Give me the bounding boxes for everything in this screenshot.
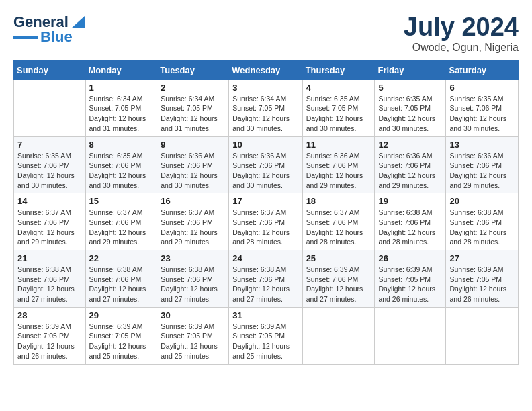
calendar-cell: 12Sunrise: 6:36 AMSunset: 7:06 PMDayligh…: [375, 136, 446, 193]
day-info: Sunrise: 6:39 AMSunset: 7:05 PMDaylight:…: [232, 322, 298, 361]
weekday-header-monday: Monday: [85, 60, 157, 79]
day-number: 6: [449, 83, 515, 93]
day-number: 29: [89, 310, 154, 320]
day-number: 5: [378, 83, 442, 93]
logo-blue: Blue: [40, 28, 73, 46]
day-number: 13: [449, 140, 515, 150]
day-number: 30: [161, 310, 225, 320]
day-info: Sunrise: 6:36 AMSunset: 7:06 PMDaylight:…: [161, 151, 225, 191]
day-number: 26: [378, 253, 442, 263]
calendar-week-2: 7Sunrise: 6:35 AMSunset: 7:06 PMDaylight…: [14, 136, 519, 193]
day-info: Sunrise: 6:38 AMSunset: 7:06 PMDaylight:…: [161, 265, 225, 304]
calendar-cell: 10Sunrise: 6:36 AMSunset: 7:06 PMDayligh…: [229, 136, 302, 193]
day-info: Sunrise: 6:37 AMSunset: 7:06 PMDaylight:…: [232, 208, 298, 247]
calendar-cell: 21Sunrise: 6:38 AMSunset: 7:06 PMDayligh…: [14, 250, 86, 308]
title-area: July 2024 Owode, Ogun, Nigeria: [404, 13, 519, 54]
day-number: 21: [17, 253, 82, 263]
day-number: 11: [306, 140, 371, 150]
weekday-header-tuesday: Tuesday: [157, 60, 229, 79]
day-info: Sunrise: 6:35 AMSunset: 7:06 PMDaylight:…: [17, 151, 82, 191]
day-number: 16: [161, 196, 225, 206]
day-info: Sunrise: 6:39 AMSunset: 7:05 PMDaylight:…: [161, 322, 225, 361]
calendar-cell: 26Sunrise: 6:39 AMSunset: 7:05 PMDayligh…: [375, 250, 446, 308]
day-number: 1: [89, 83, 154, 93]
calendar-cell: 31Sunrise: 6:39 AMSunset: 7:05 PMDayligh…: [229, 307, 302, 364]
day-info: Sunrise: 6:35 AMSunset: 7:06 PMDaylight:…: [89, 151, 154, 191]
calendar-cell: 17Sunrise: 6:37 AMSunset: 7:06 PMDayligh…: [229, 193, 302, 250]
calendar-cell: [375, 307, 446, 364]
day-info: Sunrise: 6:37 AMSunset: 7:06 PMDaylight:…: [161, 208, 225, 247]
calendar-cell: [302, 307, 375, 364]
day-number: 31: [232, 310, 298, 320]
calendar-cell: 23Sunrise: 6:38 AMSunset: 7:06 PMDayligh…: [157, 250, 229, 308]
day-number: 14: [17, 196, 82, 206]
day-info: Sunrise: 6:37 AMSunset: 7:06 PMDaylight:…: [306, 208, 371, 247]
calendar-cell: 25Sunrise: 6:39 AMSunset: 7:06 PMDayligh…: [302, 250, 375, 308]
day-info: Sunrise: 6:34 AMSunset: 7:05 PMDaylight:…: [89, 94, 154, 134]
calendar-cell: 13Sunrise: 6:36 AMSunset: 7:06 PMDayligh…: [446, 136, 519, 193]
day-info: Sunrise: 6:39 AMSunset: 7:05 PMDaylight:…: [449, 265, 515, 304]
day-number: 10: [232, 140, 298, 150]
calendar-table: SundayMondayTuesdayWednesdayThursdayFrid…: [13, 60, 519, 365]
calendar-cell: 29Sunrise: 6:39 AMSunset: 7:05 PMDayligh…: [85, 307, 157, 364]
header: General Blue July 2024 Owode, Ogun, Nige…: [13, 13, 519, 54]
calendar-cell: 27Sunrise: 6:39 AMSunset: 7:05 PMDayligh…: [446, 250, 519, 308]
day-number: 19: [378, 196, 442, 206]
calendar-cell: 3Sunrise: 6:34 AMSunset: 7:05 PMDaylight…: [229, 79, 302, 136]
day-number: 3: [232, 83, 298, 93]
day-info: Sunrise: 6:35 AMSunset: 7:05 PMDaylight:…: [378, 94, 442, 134]
calendar-cell: 22Sunrise: 6:38 AMSunset: 7:06 PMDayligh…: [85, 250, 157, 308]
weekday-header-sunday: Sunday: [14, 60, 86, 79]
day-number: 22: [89, 253, 154, 263]
weekday-header-wednesday: Wednesday: [229, 60, 302, 79]
calendar-cell: 4Sunrise: 6:35 AMSunset: 7:05 PMDaylight…: [302, 79, 375, 136]
day-info: Sunrise: 6:38 AMSunset: 7:06 PMDaylight:…: [17, 265, 82, 304]
calendar-cell: 18Sunrise: 6:37 AMSunset: 7:06 PMDayligh…: [302, 193, 375, 250]
calendar-cell: 9Sunrise: 6:36 AMSunset: 7:06 PMDaylight…: [157, 136, 229, 193]
day-info: Sunrise: 6:37 AMSunset: 7:06 PMDaylight:…: [17, 208, 82, 247]
calendar-body: 1Sunrise: 6:34 AMSunset: 7:05 PMDaylight…: [14, 79, 519, 364]
calendar-week-5: 28Sunrise: 6:39 AMSunset: 7:05 PMDayligh…: [14, 307, 519, 364]
calendar-cell: 28Sunrise: 6:39 AMSunset: 7:05 PMDayligh…: [14, 307, 86, 364]
calendar-cell: 2Sunrise: 6:34 AMSunset: 7:05 PMDaylight…: [157, 79, 229, 136]
day-info: Sunrise: 6:38 AMSunset: 7:06 PMDaylight:…: [89, 265, 154, 304]
day-number: 18: [306, 196, 371, 206]
calendar-week-3: 14Sunrise: 6:37 AMSunset: 7:06 PMDayligh…: [14, 193, 519, 250]
day-number: 27: [449, 253, 515, 263]
calendar-cell: 7Sunrise: 6:35 AMSunset: 7:06 PMDaylight…: [14, 136, 86, 193]
day-info: Sunrise: 6:34 AMSunset: 7:05 PMDaylight:…: [161, 94, 225, 134]
calendar-header-row: SundayMondayTuesdayWednesdayThursdayFrid…: [14, 60, 519, 79]
logo-arrow-icon: [70, 15, 85, 30]
day-info: Sunrise: 6:39 AMSunset: 7:05 PMDaylight:…: [17, 322, 82, 361]
weekday-header-friday: Friday: [375, 60, 446, 79]
calendar-cell: 30Sunrise: 6:39 AMSunset: 7:05 PMDayligh…: [157, 307, 229, 364]
day-info: Sunrise: 6:38 AMSunset: 7:06 PMDaylight:…: [232, 265, 298, 304]
calendar-cell: 19Sunrise: 6:38 AMSunset: 7:06 PMDayligh…: [375, 193, 446, 250]
logo-bar: [13, 36, 38, 39]
day-number: 7: [17, 140, 82, 150]
day-number: 12: [378, 140, 442, 150]
day-number: 23: [161, 253, 225, 263]
day-info: Sunrise: 6:37 AMSunset: 7:06 PMDaylight:…: [89, 208, 154, 247]
location: Owode, Ogun, Nigeria: [404, 42, 519, 54]
day-info: Sunrise: 6:38 AMSunset: 7:06 PMDaylight:…: [449, 208, 515, 247]
day-number: 4: [306, 83, 371, 93]
day-number: 24: [232, 253, 298, 263]
day-number: 9: [161, 140, 225, 150]
calendar-cell: 16Sunrise: 6:37 AMSunset: 7:06 PMDayligh…: [157, 193, 229, 250]
calendar-cell: 6Sunrise: 6:35 AMSunset: 7:06 PMDaylight…: [446, 79, 519, 136]
day-info: Sunrise: 6:35 AMSunset: 7:06 PMDaylight:…: [449, 94, 515, 134]
day-info: Sunrise: 6:39 AMSunset: 7:05 PMDaylight:…: [89, 322, 154, 361]
day-number: 15: [89, 196, 154, 206]
weekday-header-thursday: Thursday: [302, 60, 375, 79]
calendar-cell: 14Sunrise: 6:37 AMSunset: 7:06 PMDayligh…: [14, 193, 86, 250]
day-info: Sunrise: 6:36 AMSunset: 7:06 PMDaylight:…: [449, 151, 515, 191]
day-info: Sunrise: 6:36 AMSunset: 7:06 PMDaylight:…: [232, 151, 298, 191]
day-number: 20: [449, 196, 515, 206]
svg-marker-0: [71, 16, 85, 28]
day-number: 8: [89, 140, 154, 150]
day-info: Sunrise: 6:34 AMSunset: 7:05 PMDaylight:…: [232, 94, 298, 134]
day-number: 25: [306, 253, 371, 263]
day-info: Sunrise: 6:39 AMSunset: 7:06 PMDaylight:…: [306, 265, 371, 304]
day-info: Sunrise: 6:36 AMSunset: 7:06 PMDaylight:…: [306, 151, 371, 191]
